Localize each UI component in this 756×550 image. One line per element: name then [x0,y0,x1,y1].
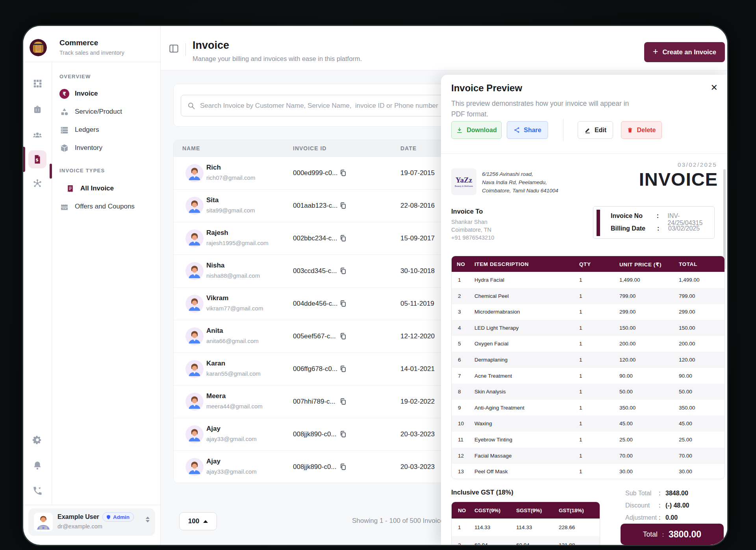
copy-icon[interactable] [339,267,347,275]
rail-divider [52,62,52,505]
copy-icon[interactable] [339,430,347,438]
caret-up-icon [203,520,208,523]
chevron-up-icon [146,517,150,519]
customer-email: meera44@gmail.com [206,403,263,410]
share-icon [513,127,520,133]
invoice-date: 14-01-2021 [400,365,435,373]
customer-email: rich07@gmail.com [206,174,255,181]
settings-gear-icon[interactable] [32,435,43,445]
invoice-to-name: Shankar Shan [451,219,487,225]
dashboard-icon[interactable] [32,78,43,89]
customer-avatar-icon [185,393,204,411]
invoice-to-label: Invoice To [451,208,483,215]
user-name: Example User [57,513,99,520]
customer-name: Ajay [206,425,220,433]
invoice-id: 001aab123-c... [293,202,337,210]
sidebar-item-service-product[interactable]: Service/Product [59,106,122,118]
copy-icon[interactable] [339,463,347,471]
invoice-to-city: Coimbatore, TN [451,227,491,233]
button-group-divider [563,119,563,141]
briefcase-icon[interactable] [32,104,43,114]
copy-icon[interactable] [339,234,347,242]
sidebar-item-ledgers[interactable]: Ledgers [59,124,99,136]
ledger-icon [59,125,69,135]
grand-total-value: 3800.00 [669,529,701,540]
receipt-icon [66,184,75,193]
download-icon [456,127,463,134]
customer-avatar-icon [185,262,204,280]
copy-icon[interactable] [339,365,347,373]
invoice-item-row: 5Oxygen Facial1200.00200.00 [452,336,724,352]
user-card[interactable]: Example User Admin dr@example.com [28,508,155,536]
share-button[interactable]: Share [507,121,548,139]
search-icon [187,102,195,110]
customer-email: rajesh1995@gmail.com [206,240,269,246]
page-size-selector[interactable]: 100 [179,512,217,530]
invoice-meta-box: Invoice No : INV-24/25/04315 Billing Dat… [593,206,715,239]
app-window: Commerce Track sales and inventory $ OVE… [23,26,727,545]
invoice-preview-panel: Invoice Preview ✕ This preview demonstra… [441,75,727,545]
invoice-date: 22-08-2016 [400,202,435,210]
gst-row: 260.9460.94121.88 [452,536,600,545]
sidebar-item-offers-coupons[interactable]: Offers and Coupons [59,201,135,212]
sidebar-header: Commerce Track sales and inventory [23,26,160,62]
rail-item-invoices-active[interactable]: $ [28,150,46,168]
customer-name: Sita [206,196,219,204]
sidebar-item-all-invoice[interactable]: All Invoice [66,183,114,194]
customer-email: ajay33@gmail.com [206,468,257,475]
invoice-id: 006ffg678-c0... [293,365,337,373]
sidebar-toggle-icon[interactable] [169,43,179,54]
invoice-items-table: NO ITEM DESCRIPTION QTY UNIT PRICE (₹) T… [451,256,725,479]
copy-icon[interactable] [339,332,347,340]
copy-icon[interactable] [339,300,347,307]
customers-icon[interactable] [32,130,43,140]
shapes-icon [59,107,69,117]
invoice-doc-icon: $ [32,154,43,164]
delete-button[interactable]: Delete [621,121,662,139]
invoice-item-row: 11Eyebrow Tinting125.0025.00 [452,432,724,448]
customer-email: sita99@gmail.com [206,207,255,214]
box-icon [59,143,69,153]
sidebar-item-invoice[interactable]: ₹ Invoice [59,88,98,100]
invoice-item-row: 1Hydra Facial11,499.001,499.00 [452,272,724,288]
user-avatar [34,513,53,532]
app-name: Commerce [59,39,98,47]
workspace-avatar[interactable] [30,39,47,56]
phone-icon[interactable] [32,486,43,496]
copy-icon[interactable] [339,202,347,209]
overview-section-label: OVERVIEW [59,74,91,79]
notifications-bell-icon[interactable] [32,460,43,471]
document-title: INVOICE [639,168,718,190]
sub-total-label: Sub Total [625,490,659,497]
copy-icon[interactable] [339,169,347,177]
adjustment-value: 0.00 [665,514,678,521]
invoice-item-row: 12Facial Massage170.0070.00 [452,448,724,464]
gst-row: 1114.33114.33228.66 [452,519,600,536]
sidebar-item-inventory[interactable]: Inventory [59,142,102,154]
column-name: NAME [182,145,200,151]
edit-button[interactable]: Edit [578,121,613,139]
preview-subtitle: This preview demonstrates how your invoi… [451,98,636,120]
copy-icon[interactable] [339,398,347,405]
invoice-item-row: 6Dermaplaning1120.00120.00 [452,352,724,368]
page-subtitle: Manage your billing and invoices with ea… [193,55,362,63]
invoice-types-indicator [50,164,52,179]
customer-name: Nisha [206,262,224,269]
customer-avatar-icon [185,295,204,313]
customer-name: Rajesh [206,229,228,237]
invoice-item-row: 13Peel Off Mask130.0030.00 [452,463,724,479]
customer-avatar-icon [185,360,204,378]
customer-avatar-icon [185,425,204,443]
plus-icon: + [653,47,658,56]
panel-scrollbar[interactable] [723,169,726,269]
customer-avatar-icon [185,229,204,247]
company-logo: YaZz Beauty & Wellness [451,168,476,195]
download-button[interactable]: Download [451,121,502,139]
create-invoice-button[interactable]: + Create an Invoice [644,42,725,62]
user-email: dr@example.com [57,523,102,530]
integrations-icon[interactable] [32,178,43,188]
shield-icon [106,515,111,520]
close-icon[interactable]: ✕ [711,83,718,93]
user-menu-toggle[interactable] [146,517,150,522]
invoice-item-row: 10Waxing145.0045.00 [452,415,724,432]
